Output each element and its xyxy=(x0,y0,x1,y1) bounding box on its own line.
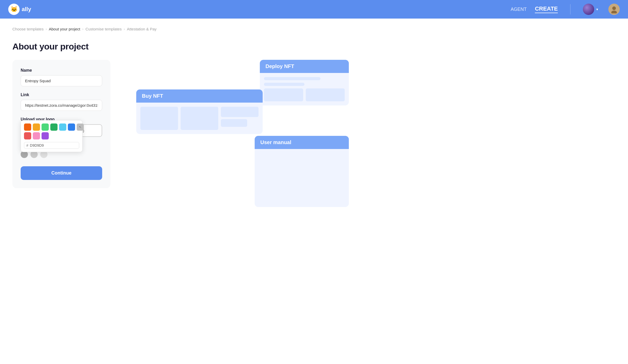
color-swatch-orange[interactable] xyxy=(24,123,31,131)
color-swatch-pink[interactable] xyxy=(33,132,40,139)
page-title: About your project xyxy=(12,42,349,52)
preview-area: Deploy NFT Buy NFT xyxy=(131,60,349,220)
buy-nft-body xyxy=(136,103,263,134)
cursor-indicator: ↖ xyxy=(79,125,82,129)
breadcrumb-item-4[interactable]: Attestation & Pay xyxy=(127,27,157,31)
color-swatch-green[interactable] xyxy=(50,123,58,131)
main-content: Choose templates › About your project › … xyxy=(0,19,361,228)
breadcrumb-sep-3: › xyxy=(124,27,125,31)
color-swatch-blue[interactable] xyxy=(68,123,75,131)
buy-skeleton-4 xyxy=(221,119,247,127)
form-panel: Name Link Upload your logo ↑ Attach imag… xyxy=(12,60,110,188)
breadcrumb: Choose templates › About your project › … xyxy=(12,27,349,31)
logo-icon: 🐱 xyxy=(8,4,20,15)
header-divider xyxy=(570,4,570,14)
user-manual-body xyxy=(255,149,349,207)
buy-skeleton-1 xyxy=(140,107,178,130)
logo-emoji: 🐱 xyxy=(11,6,18,13)
color-swatch-yellow[interactable] xyxy=(33,123,40,131)
color-grid: ↖ xyxy=(24,123,79,139)
buy-skeleton-3 xyxy=(221,107,259,117)
color-swatch-lightblue[interactable] xyxy=(59,123,66,131)
continue-button[interactable]: Continue xyxy=(21,166,102,180)
user-manual-card: User manual xyxy=(255,136,349,207)
breadcrumb-item-2[interactable]: About your project xyxy=(49,27,80,31)
breadcrumb-sep-2: › xyxy=(82,27,83,31)
color-swatch-teal[interactable] xyxy=(42,123,49,131)
name-label: Name xyxy=(21,68,102,73)
color-swatch-purple[interactable] xyxy=(42,132,49,139)
buy-col-2 xyxy=(181,107,218,130)
breadcrumb-item-3[interactable]: Customise templates xyxy=(85,27,122,31)
two-col-layout: Name Link Upload your logo ↑ Attach imag… xyxy=(12,60,349,220)
color-swatch-gray-cursor[interactable]: ↖ xyxy=(77,123,84,131)
logo-text: ally xyxy=(22,6,31,13)
preview-panel: Deploy NFT Buy NFT xyxy=(121,60,349,220)
agent-nav-link[interactable]: AGENT xyxy=(511,7,527,12)
svg-point-1 xyxy=(611,11,617,13)
theme-ball xyxy=(583,4,594,15)
theme-selector[interactable]: ▾ xyxy=(583,4,598,15)
avatar[interactable] xyxy=(608,4,620,15)
deploy-nft-card: Deploy NFT xyxy=(260,60,349,105)
breadcrumb-item-1[interactable]: Choose templates xyxy=(12,27,44,31)
color-swatch-red[interactable] xyxy=(24,132,31,139)
theme-chevron-icon: ▾ xyxy=(596,7,598,11)
skeleton-block-1 xyxy=(264,88,303,101)
link-label: Link xyxy=(21,93,102,97)
link-group: Link xyxy=(21,93,102,111)
breadcrumb-sep-1: › xyxy=(46,27,47,31)
link-input[interactable] xyxy=(21,100,102,111)
logo-area: 🐱 ally xyxy=(8,4,511,15)
name-group: Name xyxy=(21,68,102,86)
skeleton-1 xyxy=(264,77,320,80)
header-nav: AGENT CREATE ▾ xyxy=(511,4,620,15)
avatar-icon xyxy=(610,5,618,13)
buy-nft-header: Buy NFT xyxy=(136,89,263,103)
color-picker-popup: ↖ # xyxy=(21,120,83,152)
create-nav-link[interactable]: CREATE xyxy=(535,5,558,13)
skeleton-block-2 xyxy=(306,88,345,101)
buy-col-1 xyxy=(140,107,178,130)
skeleton-2 xyxy=(264,83,304,86)
import-theme-group: Import theme xyxy=(21,143,102,158)
buy-skeleton-2 xyxy=(181,107,218,130)
name-input[interactable] xyxy=(21,75,102,86)
svg-point-0 xyxy=(612,6,616,10)
hex-row: # xyxy=(24,142,79,149)
deploy-nft-body xyxy=(260,73,349,105)
hex-hash: # xyxy=(26,143,28,147)
hex-input[interactable] xyxy=(30,143,51,147)
buy-col-3 xyxy=(221,107,259,130)
deploy-row xyxy=(264,88,345,101)
user-manual-header: User manual xyxy=(255,136,349,149)
deploy-nft-header: Deploy NFT xyxy=(260,60,349,73)
app-header: 🐱 ally AGENT CREATE ▾ xyxy=(0,0,628,19)
buy-nft-card: Buy NFT xyxy=(136,89,263,134)
